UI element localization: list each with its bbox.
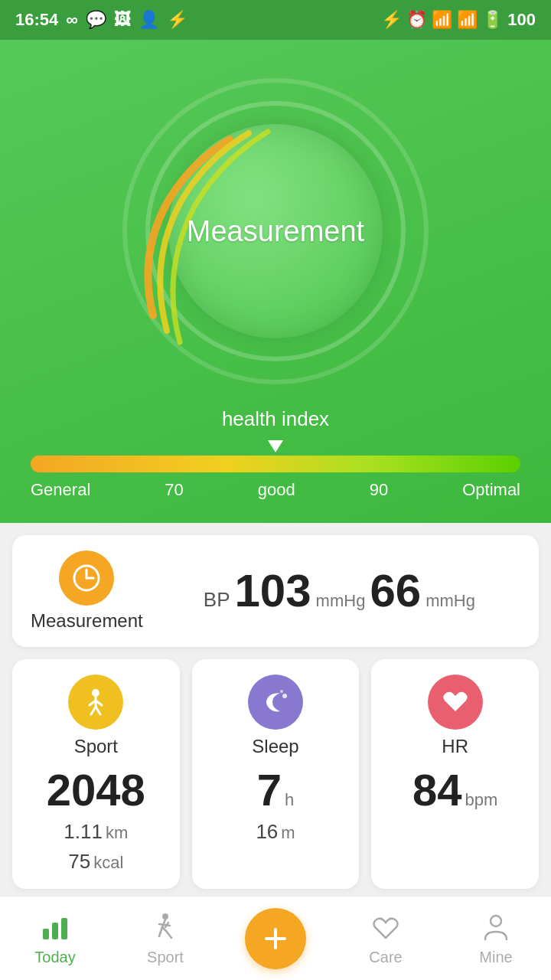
wifi-icon: 📶 bbox=[432, 10, 452, 30]
care-icon bbox=[369, 910, 403, 944]
sleep-card[interactable]: Sleep 7 h 16 m bbox=[192, 659, 360, 889]
sport-card-title: Sport bbox=[74, 736, 118, 757]
infinity-icon: ∞ bbox=[66, 10, 78, 30]
chat-icon: 💬 bbox=[86, 10, 106, 30]
pointer-triangle bbox=[268, 440, 283, 452]
hr-unit: bpm bbox=[465, 790, 498, 810]
gradient-bar bbox=[31, 456, 520, 472]
svg-line-8 bbox=[96, 707, 100, 714]
nav-care-label: Care bbox=[369, 949, 402, 966]
scale-optimal: Optimal bbox=[462, 480, 520, 500]
status-bar: 16:54 ∞ 💬 🖼 👤 ⚡ ⚡ ⏰ 📶 📶 🔋 100 bbox=[0, 0, 551, 40]
sport-distance: 1.11 bbox=[64, 820, 103, 844]
bp-unit1: mmHg bbox=[316, 591, 366, 611]
status-time: 16:54 bbox=[15, 10, 58, 30]
measurement-icon-circle bbox=[59, 550, 114, 606]
mine-icon bbox=[479, 910, 513, 944]
svg-rect-13 bbox=[61, 918, 67, 939]
cards-section: Measurement BP 103 mmHg 66 mmHg bbox=[0, 523, 551, 901]
sport-calories-unit: kcal bbox=[93, 853, 123, 873]
sleep-icon-circle bbox=[248, 675, 303, 730]
hr-value: 84 bbox=[412, 768, 462, 812]
plus-icon bbox=[260, 923, 291, 954]
sport-steps: 2048 bbox=[47, 768, 145, 812]
measurement-card-left: Measurement bbox=[31, 550, 143, 632]
bp-unit2: mmHg bbox=[425, 591, 475, 611]
bottom-nav: Today Sport Care M bbox=[0, 896, 551, 980]
nav-mine[interactable]: Mine bbox=[441, 910, 551, 966]
hero-section: Measurement health index General 70 good… bbox=[0, 40, 551, 523]
signal-icon: 📶 bbox=[457, 10, 478, 30]
scale-70: 70 bbox=[165, 480, 183, 500]
nav-sport-label: Sport bbox=[147, 949, 184, 966]
small-cards-row: Sport 2048 1.11 km 75 kcal bbox=[12, 659, 539, 889]
alarm-icon: ⏰ bbox=[406, 10, 427, 30]
battery-percent: 100 bbox=[507, 10, 536, 30]
svg-line-18 bbox=[162, 927, 167, 932]
hr-value-row: 84 bpm bbox=[412, 768, 497, 812]
status-right: ⚡ ⏰ 📶 📶 🔋 100 bbox=[381, 10, 536, 30]
usb-icon: ⚡ bbox=[167, 10, 187, 30]
svg-line-17 bbox=[159, 927, 162, 936]
add-button[interactable] bbox=[245, 908, 306, 969]
pointer-row bbox=[31, 440, 520, 452]
measurement-card[interactable]: Measurement BP 103 mmHg 66 mmHg bbox=[12, 535, 539, 647]
sleep-minutes-unit: m bbox=[281, 823, 295, 843]
battery-icon: 🔋 bbox=[482, 10, 503, 30]
sport-calories: 75 bbox=[68, 850, 90, 874]
sport-calories-row: 75 kcal bbox=[68, 844, 123, 874]
svg-line-19 bbox=[167, 932, 171, 938]
svg-point-23 bbox=[491, 916, 501, 926]
sport-card[interactable]: Sport 2048 1.11 km 75 kcal bbox=[12, 659, 180, 889]
status-left: 16:54 ∞ 💬 🖼 👤 ⚡ bbox=[15, 10, 187, 30]
nav-add[interactable] bbox=[220, 908, 331, 969]
bp-low-value: 66 bbox=[370, 568, 421, 614]
sport-distance-row: 1.11 km bbox=[64, 812, 128, 844]
sleep-minutes-row: 16 m bbox=[256, 812, 295, 844]
scale-general: General bbox=[31, 480, 90, 500]
svg-point-9 bbox=[282, 694, 287, 698]
measurement-label[interactable]: Measurement bbox=[187, 215, 364, 248]
hr-icon-circle bbox=[428, 675, 483, 730]
sport-steps-row: 2048 bbox=[47, 768, 145, 812]
nav-care[interactable]: Care bbox=[331, 910, 441, 966]
nav-today[interactable]: Today bbox=[0, 910, 110, 966]
sport-nav-icon bbox=[148, 910, 182, 944]
svg-line-7 bbox=[91, 707, 96, 714]
sport-icon-circle bbox=[68, 675, 123, 730]
hr-card[interactable]: HR 84 bpm bbox=[371, 659, 539, 889]
bp-row: BP 103 mmHg 66 mmHg bbox=[158, 568, 520, 614]
nav-mine-label: Mine bbox=[479, 949, 512, 966]
svg-rect-12 bbox=[52, 923, 58, 939]
heart-icon bbox=[439, 685, 472, 719]
health-index-section: health index General 70 good 90 Optimal bbox=[0, 407, 551, 500]
measurement-card-title: Measurement bbox=[31, 610, 143, 632]
hr-card-title: HR bbox=[442, 736, 468, 757]
sleep-minutes: 16 bbox=[256, 820, 278, 844]
moon-icon bbox=[259, 685, 292, 719]
sleep-hours-row: 7 h bbox=[257, 768, 295, 812]
scale-labels: General 70 good 90 Optimal bbox=[31, 480, 520, 500]
image-icon: 🖼 bbox=[114, 10, 131, 30]
sleep-hours: 7 bbox=[257, 768, 282, 812]
health-index-label: health index bbox=[31, 407, 520, 431]
scale-90: 90 bbox=[370, 480, 388, 500]
scale-good: good bbox=[258, 480, 295, 500]
nav-sport[interactable]: Sport bbox=[110, 910, 220, 966]
sleep-hours-unit: h bbox=[285, 790, 294, 810]
svg-point-10 bbox=[280, 690, 283, 693]
today-icon bbox=[38, 910, 72, 944]
sport-distance-unit: km bbox=[106, 823, 128, 843]
person-walking-icon bbox=[79, 685, 112, 719]
sleep-card-title: Sleep bbox=[252, 736, 298, 757]
bluetooth-icon: ⚡ bbox=[381, 10, 402, 30]
svg-line-15 bbox=[162, 920, 165, 927]
bp-high-value: 103 bbox=[235, 568, 311, 614]
nav-today-label: Today bbox=[34, 949, 75, 966]
svg-rect-11 bbox=[43, 929, 49, 939]
person-icon: 👤 bbox=[139, 10, 159, 30]
measurement-ring[interactable]: Measurement bbox=[115, 70, 436, 392]
clock-icon bbox=[70, 562, 103, 594]
bp-label: BP bbox=[204, 588, 230, 612]
